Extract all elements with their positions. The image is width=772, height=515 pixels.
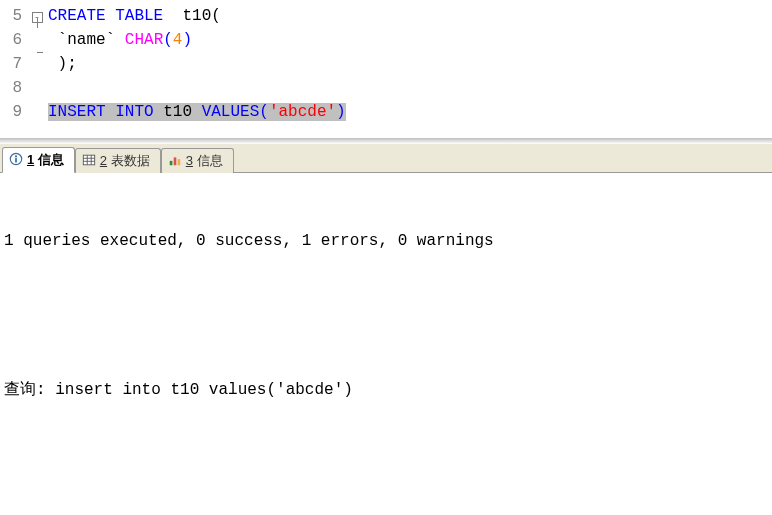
code-line[interactable]: 6 `name` CHAR(4) [0,28,772,52]
code-text[interactable]: CREATE TABLE t10( [46,4,221,28]
line-number: 9 [0,100,28,124]
info-icon [9,152,23,169]
svg-rect-2 [15,158,17,162]
line-number: 8 [0,76,28,100]
svg-rect-3 [83,155,94,165]
svg-point-1 [15,155,17,157]
code-line[interactable]: 8 [0,76,772,100]
code-text[interactable]: ); [46,52,77,76]
code-line[interactable]: 7 ); [0,52,772,76]
line-number: 6 [0,28,28,52]
line-number: 5 [0,4,28,28]
svg-rect-8 [169,160,172,164]
svg-rect-9 [173,157,176,165]
query-text: insert into t10 values('abcde') [55,381,353,399]
code-text[interactable]: `name` CHAR(4) [46,28,192,52]
tab-tabledata[interactable]: 2 表数据 [75,148,161,173]
chart-icon [168,153,182,170]
code-editor[interactable]: 5-CREATE TABLE t10(6 `name` CHAR(4)7 );8… [0,0,772,132]
query-label: 查询 [4,380,36,397]
code-line[interactable]: 9INSERT INTO t10 VALUES('abcde') [0,100,772,124]
tab-label: 1 信息 [27,151,64,169]
output-tabbar: 1 信息2 表数据3 信息 [0,144,772,173]
output-panel: 1 queries executed, 0 success, 1 errors,… [0,173,772,515]
tab-label: 2 表数据 [100,152,150,170]
line-number: 7 [0,52,28,76]
code-text[interactable]: INSERT INTO t10 VALUES('abcde') [46,100,346,124]
tab-info[interactable]: 1 信息 [2,147,75,173]
tab-label: 3 信息 [186,152,223,170]
table-icon [82,153,96,170]
result-summary: 1 queries executed, 0 success, 1 errors,… [4,229,768,254]
tab-info2[interactable]: 3 信息 [161,148,234,173]
svg-rect-10 [177,159,180,165]
query-line: 查询: insert into t10 values('abcde') [4,377,768,403]
fold-gutter[interactable]: - [28,4,46,28]
code-line[interactable]: 5-CREATE TABLE t10( [0,4,772,28]
